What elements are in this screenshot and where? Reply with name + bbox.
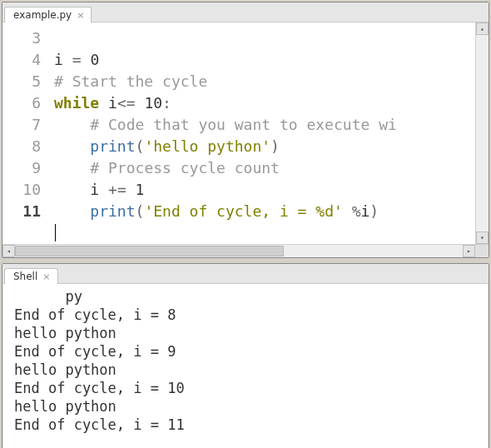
scrollbar-corner [475,245,489,257]
shell-line: End of cycle, i = 10 [14,379,482,397]
shell-line: py [14,287,482,306]
editor-tab[interactable]: example.py × [4,7,92,22]
editor-tab-bar: example.py × [2,2,489,22]
text-cursor [55,224,56,241]
code-area[interactable]: i = 0 # Start the cycle while i<= 10: # … [47,22,475,244]
shell-line: hello python [14,397,482,416]
line-number: 10 [2,179,41,201]
scroll-left-button[interactable]: ◂ [2,245,15,257]
horizontal-scrollbar[interactable]: ◂ ▸ [2,244,489,257]
vertical-scrollbar[interactable]: ▴ ▾ [475,22,489,244]
tab-label: example.py [13,9,72,21]
scrollbar-track[interactable] [15,245,463,257]
shell-output[interactable]: py End of cycle, i = 8 hello python End … [2,284,489,448]
line-number: 8 [2,136,41,157]
scrollbar-thumb[interactable] [15,246,284,256]
shell-line: End of cycle, i = 9 [14,342,482,361]
editor-pane: example.py × 34567891011 i = 0 # Start t… [2,2,489,258]
scroll-up-button[interactable]: ▴ [476,22,489,35]
close-icon[interactable]: × [77,11,84,20]
shell-line: hello python [14,361,482,379]
line-number: 4 [2,49,41,71]
line-gutter: 34567891011 [2,22,47,244]
line-number: 7 [2,114,41,136]
editor-content: 34567891011 i = 0 # Start the cycle whil… [2,22,489,244]
scroll-down-button[interactable]: ▾ [476,231,489,244]
line-number: 11 [2,201,41,222]
line-number: 9 [2,157,41,179]
line-number: 3 [2,27,41,49]
close-icon[interactable]: × [42,272,50,281]
line-number: 5 [2,71,41,92]
shell-line: End of cycle, i = 11 [14,416,482,434]
shell-blank [14,434,482,448]
line-number: 6 [2,92,41,114]
shell-tab-bar: Shell × [2,264,489,284]
shell-tab[interactable]: Shell × [4,268,58,284]
shell-line: hello python [14,324,482,342]
shell-line: End of cycle, i = 8 [14,306,482,324]
scroll-right-button[interactable]: ▸ [463,245,475,257]
shell-pane: Shell × py End of cycle, i = 8 hello pyt… [2,263,489,448]
tab-label: Shell [13,271,37,282]
